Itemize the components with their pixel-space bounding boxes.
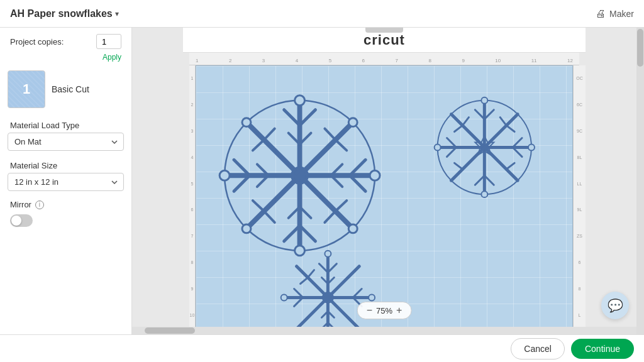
- svg-line-86: [299, 269, 308, 278]
- ruler-tick: 6: [362, 58, 365, 63]
- svg-line-63: [506, 169, 516, 178]
- ruler-tick: 2: [229, 58, 231, 63]
- chat-icon: 💬: [608, 298, 623, 313]
- load-type-dropdown-wrap: On Mat Without Mat: [8, 133, 124, 151]
- continue-button[interactable]: Continue: [571, 339, 634, 359]
- ruler-tick: 8: [191, 260, 194, 265]
- mirror-toggle-row: [0, 213, 131, 232]
- svg-line-27: [253, 211, 264, 222]
- svg-line-89: [348, 269, 357, 278]
- svg-line-58: [506, 116, 516, 126]
- svg-point-96: [369, 294, 375, 300]
- ruler-tick: 5: [329, 58, 331, 63]
- svg-line-21: [253, 129, 264, 140]
- snowflakes-svg: [196, 66, 572, 327]
- svg-line-60: [500, 118, 506, 126]
- copies-input[interactable]: [96, 34, 121, 49]
- svg-line-59: [506, 126, 514, 132]
- copies-input-group: [96, 34, 121, 49]
- ruler-tick: 4: [191, 155, 194, 160]
- svg-point-39: [348, 118, 357, 127]
- chevron-down-icon[interactable]: ▾: [115, 9, 119, 18]
- h-ruler: 1 2 3 4 5 6 7 8 9 10 11 12: [189, 53, 579, 65]
- ruler-tick: 4: [296, 58, 298, 63]
- zoom-in-button[interactable]: +: [395, 305, 403, 316]
- svg-point-95: [281, 294, 287, 300]
- ruler-tick: 7: [191, 234, 194, 238]
- canvas-area: cricut 1 2 3 4 5 6 7 8 9 10 11 12: [132, 28, 636, 334]
- v-ruler-right: OC 6C 9C 8L LL 9L ZS 6 8 L 5: [573, 65, 586, 327]
- ruler-tick: 6: [579, 260, 581, 265]
- ruler-tick: ZS: [577, 234, 582, 238]
- svg-line-24: [335, 129, 347, 140]
- vertical-scrollbar[interactable]: [636, 28, 644, 334]
- svg-line-30: [335, 211, 347, 222]
- mirror-label: Mirror: [10, 200, 31, 209]
- mirror-row: Mirror i: [0, 196, 131, 213]
- left-panel: Project copies: Apply 1 Basic Cut Materi…: [0, 28, 132, 334]
- ruler-tick: 10: [495, 58, 501, 63]
- svg-line-91: [299, 317, 308, 326]
- topbar-right: 🖨 Maker: [596, 8, 634, 19]
- svg-point-93: [325, 251, 331, 257]
- material-size-dropdown-wrap: 12 in x 12 in 12 in x 24 in Custom: [8, 173, 124, 191]
- ruler-tick: 12: [567, 58, 573, 63]
- material-load-label: Material Load Type: [0, 116, 131, 133]
- svg-line-22: [253, 140, 264, 150]
- info-icon[interactable]: i: [35, 200, 44, 209]
- svg-line-31: [335, 200, 347, 211]
- ruler-tick: 9C: [577, 129, 582, 133]
- ruler-tick: 3: [262, 58, 265, 63]
- ruler-tick: 6: [191, 207, 194, 212]
- canvas-wrapper: cricut 1 2 3 4 5 6 7 8 9 10 11 12: [132, 28, 636, 327]
- ruler-tick: 9: [462, 58, 464, 63]
- svg-line-57: [462, 118, 469, 126]
- mat-label: Basic Cut: [52, 84, 89, 94]
- mat-grid: [196, 65, 573, 327]
- ruler-tick: L: [579, 313, 581, 317]
- svg-point-37: [370, 170, 380, 180]
- ruler-tick: OC: [576, 76, 583, 80]
- topbar: AH Paper snowflakes ▾ 🖨 Maker: [0, 0, 644, 28]
- snowflake-small-top: [435, 97, 535, 197]
- svg-point-69: [528, 144, 535, 150]
- v-ruler-left: 1 2 3 4 5 6 7 8 9 10 11: [189, 65, 196, 327]
- svg-line-32: [325, 211, 335, 222]
- ruler-tick: 9L: [577, 207, 582, 212]
- ruler-tick: 7: [396, 58, 398, 63]
- svg-line-28: [253, 200, 264, 211]
- svg-point-38: [242, 118, 251, 127]
- svg-line-88: [308, 270, 314, 278]
- mirror-toggle[interactable]: [10, 214, 33, 227]
- svg-point-36: [219, 170, 230, 180]
- mat-number: 1: [23, 81, 30, 97]
- chat-button[interactable]: 💬: [601, 292, 629, 319]
- svg-line-56: [455, 126, 463, 132]
- scrollbar-thumb[interactable]: [145, 327, 195, 334]
- horizontal-scrollbar[interactable]: [132, 327, 636, 334]
- ruler-tick: 8L: [577, 155, 582, 160]
- svg-line-25: [335, 140, 347, 150]
- load-type-select[interactable]: On Mat Without Mat: [8, 133, 124, 151]
- copies-label: Project copies:: [10, 37, 91, 47]
- copies-row: Project copies:: [0, 28, 131, 52]
- toggle-knob: [11, 216, 21, 226]
- svg-point-68: [435, 144, 441, 150]
- svg-line-90: [348, 317, 357, 326]
- main-area: Project copies: Apply 1 Basic Cut Materi…: [0, 28, 644, 334]
- bottom-bar: Cancel Continue: [0, 334, 644, 362]
- cricut-notch: [365, 28, 403, 33]
- zoom-level: 75%: [376, 306, 392, 315]
- cancel-button[interactable]: Cancel: [511, 338, 565, 359]
- zoom-out-button[interactable]: −: [365, 305, 374, 316]
- apply-button[interactable]: Apply: [0, 52, 131, 63]
- svg-point-35: [295, 246, 305, 256]
- device-label: Maker: [609, 9, 634, 19]
- scrollbar-thumb[interactable]: [637, 29, 643, 67]
- zoom-bar: − 75% +: [357, 302, 412, 319]
- svg-line-61: [453, 169, 463, 178]
- material-size-select[interactable]: 12 in x 12 in 12 in x 24 in Custom: [8, 173, 124, 191]
- svg-line-55: [453, 116, 463, 126]
- ruler-tick: 8: [428, 58, 431, 63]
- ruler-tick: 6C: [577, 102, 582, 107]
